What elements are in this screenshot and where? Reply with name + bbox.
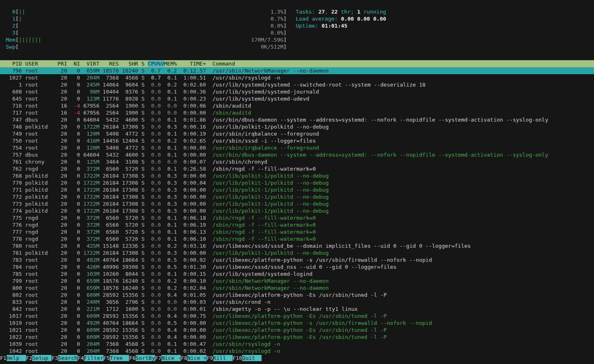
cell-virt: 372M bbox=[83, 222, 103, 228]
process-row-645[interactable]: 645 root 20 0 123M 11776 8928 S 0.0 0.1 … bbox=[0, 95, 594, 102]
fkey-f2[interactable]: F2Setup bbox=[26, 355, 52, 361]
process-row-796[interactable]: 796 root 20 0 659M 18576 16240 S 0.7 0.2… bbox=[0, 67, 594, 74]
cell-shr: 3108 bbox=[122, 159, 141, 165]
cell-shr: 16240 bbox=[122, 278, 141, 284]
fkey-f4[interactable]: F4Filter bbox=[78, 355, 104, 361]
cell-mem: 0.2 bbox=[164, 243, 180, 249]
sort-column-cpu[interactable]: CPU%▽ bbox=[148, 61, 164, 67]
cell-ni: 0 bbox=[71, 194, 83, 200]
cell-command: /usr/sbin/crond -n bbox=[212, 299, 271, 305]
fkey-f1[interactable]: F1Help bbox=[0, 355, 26, 361]
cell-time: 0:06.19 bbox=[180, 222, 212, 228]
cell-state: S bbox=[141, 103, 148, 109]
cell-pri: 20 bbox=[57, 348, 70, 354]
cell-virt: 426M bbox=[83, 264, 103, 270]
process-row-800[interactable]: 800 root 20 0 659M 18576 16240 S 0.0 0.2… bbox=[0, 284, 594, 291]
cell-time: 0:06.18 bbox=[180, 215, 212, 221]
cell-shr: 15356 bbox=[122, 327, 141, 333]
process-row-1022[interactable]: 1022 root 20 0 609M 28592 15356 S 0.0 0.… bbox=[0, 333, 594, 341]
summary-segment: 0.00 bbox=[341, 16, 357, 22]
fkey-number: F10 bbox=[233, 355, 242, 361]
fkey-f7[interactable]: F7Nice - bbox=[155, 355, 181, 361]
cell-state: S bbox=[141, 180, 148, 186]
process-row-778[interactable]: 778 rngd 20 0 372M 6560 5720 S 0.0 0.1 0… bbox=[0, 235, 594, 242]
process-row-748[interactable]: 748 polkitd 20 0 1722M 26184 17308 S 0.0… bbox=[0, 123, 594, 130]
cell-res: 26184 bbox=[103, 180, 122, 186]
process-row-775[interactable]: 775 rngd 20 0 372M 6560 5720 S 0.0 0.1 0… bbox=[0, 214, 594, 221]
process-row-1[interactable]: 1 root 20 0 245M 14064 9604 S 0.0 0.2 0:… bbox=[0, 81, 594, 88]
cell-state: S bbox=[141, 75, 148, 81]
process-row-1042[interactable]: 1042 root 20 0 204M 7368 4568 S 0.0 0.1 … bbox=[0, 348, 594, 355]
cell-state: S bbox=[141, 341, 148, 347]
process-row-799[interactable]: 799 root 20 0 659M 18576 16240 S 0.0 0.2… bbox=[0, 277, 594, 284]
cell-virt: 492M bbox=[83, 320, 103, 326]
process-row-771[interactable]: 771 polkitd 20 0 1722M 26184 17308 S 0.0… bbox=[0, 186, 594, 193]
process-row-1039[interactable]: 1039 root 20 0 204M 7368 4568 S 0.0 0.1 … bbox=[0, 341, 594, 348]
process-row-716[interactable]: 716 root 16 -4 67956 2564 1900 S 0.0 0.0… bbox=[0, 102, 594, 109]
cell-pri: 20 bbox=[57, 96, 70, 102]
process-row-750[interactable]: 750 root 20 0 416M 14456 12404 S 0.0 0.2… bbox=[0, 137, 594, 144]
process-row-762[interactable]: 762 rngd 20 0 372M 6560 5720 S 0.0 0.1 0… bbox=[0, 165, 594, 172]
cell-ni: 0 bbox=[71, 173, 83, 179]
cell-shr: 17308 bbox=[122, 194, 141, 200]
cell-state: S bbox=[141, 194, 148, 200]
cell-command: /usr/lib/systemd/systemd --switched-root… bbox=[212, 82, 426, 88]
cell-res: 18576 bbox=[103, 278, 122, 284]
process-row-781[interactable]: 781 polkitd 20 0 1722M 26184 17308 S 0.0… bbox=[0, 249, 594, 256]
process-row-770[interactable]: 770 polkitd 20 0 1722M 26184 17308 S 0.0… bbox=[0, 179, 594, 186]
process-row-776[interactable]: 776 rngd 20 0 372M 6560 5720 S 0.0 0.1 0… bbox=[0, 221, 594, 228]
fkey-f8[interactable]: F8Nice + bbox=[181, 355, 207, 361]
process-row-1019[interactable]: 1019 root 20 0 492M 40764 18664 S 0.0 0.… bbox=[0, 319, 594, 326]
cell-cpu: 0.0 bbox=[148, 145, 164, 151]
cell-shr: 39308 bbox=[122, 264, 141, 270]
process-row-780[interactable]: 780 root 20 0 425M 15148 12336 S 0.0 0.2… bbox=[0, 242, 594, 249]
fkey-number: F6 bbox=[129, 355, 136, 361]
process-row-773[interactable]: 773 polkitd 20 0 1722M 26184 17308 S 0.0… bbox=[0, 200, 594, 207]
cell-cpu: 0.0 bbox=[148, 117, 164, 123]
process-row-1021[interactable]: 1021 root 20 0 609M 28592 15356 S 0.0 0.… bbox=[0, 326, 594, 333]
cell-shr: 18664 bbox=[122, 257, 141, 263]
cell-time: 0:02.04 bbox=[180, 285, 212, 291]
process-row-768[interactable]: 768 polkitd 20 0 1722M 26184 17308 S 0.0… bbox=[0, 172, 594, 179]
process-row-757[interactable]: 757 dbus 20 0 64604 5432 4600 S 0.0 0.1 … bbox=[0, 151, 594, 158]
process-row-761[interactable]: 761 chrony 20 0 125M 3464 3108 S 0.0 0.0… bbox=[0, 158, 594, 165]
cell-cpu: 0.0 bbox=[148, 208, 164, 214]
process-row-774[interactable]: 774 polkitd 20 0 1722M 26184 17308 S 0.0… bbox=[0, 207, 594, 214]
header-columns-right[interactable]: MEM% TIME+ Command bbox=[164, 61, 235, 67]
cell-ni: 0 bbox=[71, 124, 83, 130]
process-row-747[interactable]: 747 dbus 20 0 64604 5432 4600 S 0.0 0.1 … bbox=[0, 116, 594, 123]
process-row-783[interactable]: 783 root 20 0 492M 40764 18664 S 0.0 0.5… bbox=[0, 256, 594, 263]
process-row-833[interactable]: 833 root 20 0 240M 3656 2796 S 0.0 0.0 0… bbox=[0, 298, 594, 305]
process-row-608[interactable]: 608 root 20 0 98M 10404 9376 S 0.0 0.1 0… bbox=[0, 88, 594, 95]
cell-user: root bbox=[25, 327, 57, 333]
cell-state: S bbox=[141, 208, 148, 214]
process-row-777[interactable]: 777 rngd 20 0 372M 6560 5720 S 0.0 0.1 0… bbox=[0, 228, 594, 235]
cell-command: /usr/sbin/irqbalance --foreground bbox=[212, 145, 319, 151]
cell-ni: 0 bbox=[71, 278, 83, 284]
process-row-784[interactable]: 784 root 20 0 426M 40996 39308 S 0.0 0.5… bbox=[0, 263, 594, 270]
fkey-f3[interactable]: F3Search bbox=[52, 355, 78, 361]
header-columns-left[interactable]: PID USER PRI NI VIRT RES SHR S bbox=[6, 61, 148, 67]
process-row-754[interactable]: 754 root 20 0 120M 5408 4772 S 0.0 0.1 0… bbox=[0, 144, 594, 151]
cell-mem: 0.3 bbox=[164, 208, 180, 214]
process-row-717[interactable]: 717 root 16 -4 67956 2564 1900 S 0.0 0.0… bbox=[0, 109, 594, 116]
cell-ni: 0 bbox=[71, 348, 83, 354]
cell-user: dbus bbox=[25, 117, 57, 123]
table-header[interactable]: PID USER PRI NI VIRT RES SHR S CPU%▽MEM%… bbox=[0, 60, 594, 67]
cell-virt: 659M bbox=[83, 285, 103, 291]
process-row-842[interactable]: 842 root 20 0 221M 1712 1600 S 0.0 0.0 0… bbox=[0, 305, 594, 312]
process-row-749[interactable]: 749 root 20 0 120M 5408 4772 S 0.0 0.1 0… bbox=[0, 130, 594, 137]
process-row-785[interactable]: 785 root 20 0 103M 10260 8044 S 0.0 0.1 … bbox=[0, 270, 594, 277]
cell-ni: 0 bbox=[71, 299, 83, 305]
cell-pid: 842 bbox=[6, 306, 25, 312]
process-row-1027[interactable]: 1027 root 20 0 204M 7368 4568 S 0.7 0.1 … bbox=[0, 74, 594, 81]
process-row-802[interactable]: 802 root 20 0 609M 28592 15356 S 0.0 0.4… bbox=[0, 291, 594, 298]
fkey-f10[interactable]: F10Quit bbox=[233, 355, 262, 361]
cell-user: root bbox=[25, 103, 57, 109]
fkey-f6[interactable]: F6SortBy bbox=[129, 355, 155, 361]
process-row-1017[interactable]: 1017 root 20 0 609M 28592 15356 S 0.0 0.… bbox=[0, 312, 594, 319]
process-row-772[interactable]: 772 polkitd 20 0 1722M 26184 17308 S 0.0… bbox=[0, 193, 594, 200]
fkey-f5[interactable]: F5Tree bbox=[104, 355, 130, 361]
fkey-f9[interactable]: F9Kill bbox=[207, 355, 233, 361]
cell-res: 6560 bbox=[103, 166, 122, 172]
